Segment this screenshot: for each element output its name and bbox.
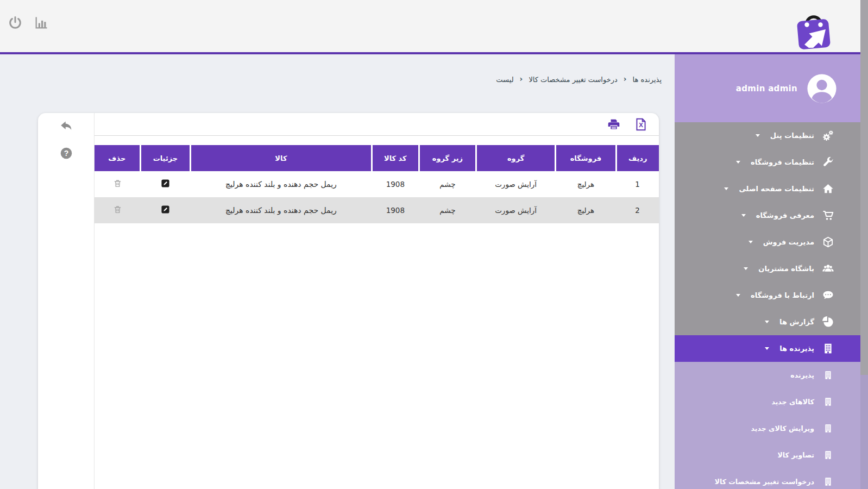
cell-subgroup: چشم [419, 197, 476, 223]
svg-text:?: ? [64, 149, 68, 158]
scrollbar-thumb[interactable] [860, 0, 868, 375]
col-header-product: کالا [191, 145, 372, 171]
cell-group: آرایش صورت [476, 197, 555, 223]
sidebar-subitem-product-change-request[interactable]: درخواست تغییر مشخصات کالا [675, 468, 868, 489]
details-button[interactable] [161, 179, 170, 188]
table-row: 1هرلیچآرایش صورتچشم1908ریمل حجم دهنده و … [95, 171, 659, 197]
sidebar-submenu: پذیرنده کالاهای جدید ویرایش کالای جدید ت… [675, 362, 868, 489]
building-icon [821, 450, 834, 460]
building-icon [821, 477, 834, 487]
user-name: admin admin [736, 84, 797, 93]
sidebar-subitem-new-products[interactable]: کالاهای جدید [675, 388, 868, 415]
building-icon [821, 397, 834, 407]
cell-details [140, 171, 190, 197]
table-row: 2هرلیچآرایش صورتچشم1908ریمل حجم دهنده و … [95, 197, 659, 223]
sidebar-item-homepage-settings[interactable]: تنظیمات صفحه اصلی [675, 175, 868, 202]
cell-product-name: ریمل حجم دهنده و بلند کننده هرلیچ [191, 171, 372, 197]
topbar-icons [8, 15, 49, 30]
col-header-code: کد کالا [372, 145, 419, 171]
sidebar-item-panel-settings[interactable]: تنظیمات پنل [675, 122, 868, 149]
cell-subgroup: چشم [419, 171, 476, 197]
main-content: پذیرنده ها‹درخواست تغییر مشخصات کالا‹لیس… [0, 54, 675, 489]
sidebar-item-sales-management[interactable]: مدیریت فروش [675, 229, 868, 255]
print-button[interactable] [607, 117, 621, 131]
building-icon [821, 342, 834, 355]
sidebar-item-acceptors[interactable]: پذیرنده ها [675, 335, 868, 362]
table-toolbar: X [95, 113, 659, 136]
delete-button[interactable] [113, 205, 122, 214]
content-card: ? [38, 113, 659, 489]
cell-product-name: ریمل حجم دهنده و بلند کننده هرلیچ [191, 197, 372, 223]
comment-icon [821, 289, 834, 302]
sidebar-subitem-acceptor[interactable]: پذیرنده [675, 362, 868, 388]
details-button[interactable] [161, 205, 170, 214]
chevron-down-icon [765, 321, 769, 323]
home-icon [821, 183, 834, 195]
col-header-store: فروشگاه [556, 145, 616, 171]
cell-product-code: 1908 [372, 197, 419, 223]
cart-icon [821, 209, 834, 222]
card-side-gutter: ? [38, 113, 95, 489]
chevron-down-icon [744, 267, 748, 270]
cell-details [140, 197, 190, 223]
users-icon [821, 262, 834, 275]
user-avatar-icon [806, 73, 838, 104]
topbar [0, 0, 868, 52]
sidebar-subitem-edit-new-product[interactable]: ویرایش کالای جدید [675, 415, 868, 442]
requests-table-wrap: ردیففروشگاهگروهزیر گروهکد کالاکالاجزئیات… [95, 145, 659, 223]
col-header-radif: ردیف [616, 145, 659, 171]
cell-row-number: 1 [616, 171, 659, 197]
excel-export-button[interactable]: X [634, 117, 648, 131]
power-icon[interactable] [8, 15, 23, 30]
back-button[interactable] [59, 120, 73, 134]
bar-chart-icon[interactable] [34, 15, 49, 30]
breadcrumb: پذیرنده ها‹درخواست تغییر مشخصات کالا‹لیس… [496, 75, 662, 84]
sidebar-item-store-settings[interactable]: تنظیمات فروشگاه [675, 149, 868, 175]
chevron-down-icon [736, 294, 740, 297]
breadcrumb-item[interactable]: درخواست تغییر مشخصات کالا [529, 76, 617, 84]
chevron-down-icon [765, 347, 769, 350]
cell-delete [95, 171, 140, 197]
chevron-down-icon [741, 214, 746, 217]
col-header-details: جزئیات [140, 145, 190, 171]
sidebar-item-reports[interactable]: گزارش ها [675, 309, 868, 335]
chevron-down-icon [724, 187, 728, 190]
chevron-down-icon [756, 134, 760, 137]
card-main: X ردیففروشگاهگروهزیر گروهکد کالاکالاجزئی… [95, 113, 659, 489]
building-icon [821, 370, 834, 380]
cell-group: آرایش صورت [476, 171, 555, 197]
building-icon [821, 423, 834, 434]
cell-delete [95, 197, 140, 223]
gears-icon [821, 129, 834, 142]
sidebar-item-store-contact[interactable]: ارتباط با فروشگاه [675, 282, 868, 309]
col-header-subgroup: زیر گروه [419, 145, 476, 171]
breadcrumb-item[interactable]: لیست [496, 76, 513, 84]
wrench-icon [821, 156, 834, 168]
requests-table: ردیففروشگاهگروهزیر گروهکد کالاکالاجزئیات… [95, 145, 659, 223]
breadcrumb-separator-icon: ‹ [624, 74, 627, 83]
cell-store: هرلیچ [556, 171, 616, 197]
col-header-delete: حذف [95, 145, 140, 171]
cell-product-code: 1908 [372, 171, 419, 197]
user-panel[interactable]: admin admin [675, 54, 868, 122]
sidebar-item-store-intro[interactable]: معرفی فروشگاه [675, 202, 868, 229]
sidebar-menu: تنظیمات پنل تنظیمات فروشگاه تنظیمات صفحه… [675, 122, 868, 362]
col-header-group: گروه [476, 145, 555, 171]
chevron-down-icon [749, 241, 753, 243]
breadcrumb-separator-icon: ‹ [520, 74, 523, 83]
help-button[interactable]: ? [59, 146, 73, 160]
sidebar: admin admin تنظیمات پنل تنظیمات فروشگاه … [675, 54, 868, 489]
svg-text:X: X [639, 122, 643, 128]
chevron-down-icon [736, 161, 740, 164]
table-body: 1هرلیچآرایش صورتچشم1908ریمل حجم دهنده و … [95, 171, 659, 223]
delete-button[interactable] [113, 179, 122, 188]
sidebar-item-customers-club[interactable]: باشگاه مشتریان [675, 255, 868, 282]
table-header-row: ردیففروشگاهگروهزیر گروهکد کالاکالاجزئیات… [95, 145, 659, 171]
breadcrumb-item[interactable]: پذیرنده ها [633, 76, 662, 84]
sidebar-subitem-product-images[interactable]: تصاویر کالا [675, 442, 868, 468]
cell-row-number: 2 [616, 197, 659, 223]
shopping-bag-arrow-logo[interactable] [795, 3, 832, 50]
cell-store: هرلیچ [556, 197, 616, 223]
cube-icon [821, 236, 834, 248]
app-window: admin admin تنظیمات پنل تنظیمات فروشگاه … [0, 0, 868, 489]
